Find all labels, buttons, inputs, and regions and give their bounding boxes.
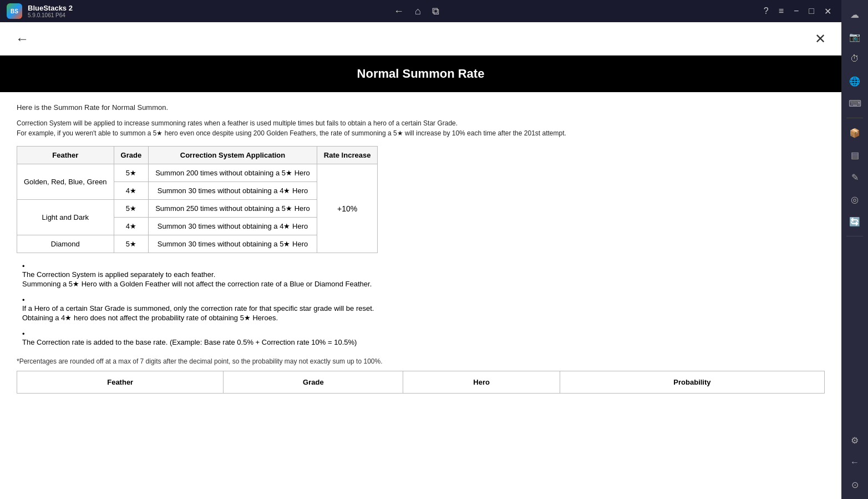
sidebar-btn-cloud[interactable]: ☁ — [845, 4, 865, 24]
sidebar-divider-2 — [846, 236, 863, 236]
bottom-col-hero: Hero — [403, 371, 560, 394]
sidebar-btn-keyboard[interactable]: ⌨ — [845, 93, 865, 113]
topbar-maximize-button[interactable]: □ — [805, 5, 818, 17]
grade-4star-1: 4★ — [114, 182, 149, 200]
feather-light-dark: Light and Dark — [17, 200, 114, 235]
bottom-col-probability: Probability — [560, 371, 824, 394]
sidebar-btn-circle[interactable]: ⊙ — [845, 475, 865, 495]
bottom-col-feather: Feather — [17, 371, 224, 394]
sidebar-btn-timer[interactable]: ⏱ — [845, 49, 865, 69]
grade-5star-1: 5★ — [114, 164, 149, 182]
bullet-1-line-2: Summoning a 5★ Hero with a Golden Feathe… — [22, 280, 825, 288]
bullet-3-line-1: The Correction rate is added to the base… — [22, 338, 825, 346]
bullet-item-2: If a Hero of a certain Star Grade is sum… — [17, 296, 825, 322]
grade-4star-2: 4★ — [114, 218, 149, 235]
bullet-1-line-1: The Correction System is applied separat… — [22, 270, 825, 279]
condition-4: Summon 30 times without obtaining a 4★ H… — [149, 218, 317, 235]
col-header-feather: Feather — [17, 147, 114, 164]
feather-golden-group: Golden, Red, Blue, Green — [17, 164, 114, 200]
top-bar-right: ? ≡ − □ ✕ — [760, 5, 835, 18]
condition-5: Summon 30 times without obtaining a 5★ H… — [149, 235, 317, 253]
col-header-correction: Correction System Application — [149, 147, 317, 164]
main-area: BS BlueStacks 2 5.9.0.1061 P64 ← ⌂ ⧉ ? ≡… — [0, 0, 841, 499]
title-text: Normal Summon Rate — [357, 67, 485, 80]
col-header-rate: Rate Increase — [317, 147, 378, 164]
top-bar: BS BlueStacks 2 5.9.0.1061 P64 ← ⌂ ⧉ ? ≡… — [0, 0, 841, 22]
bullet-2-line-2: Obtaining a 4★ hero does not affect the … — [22, 314, 825, 322]
rate-increase-value: +10% — [317, 164, 378, 253]
sidebar-btn-settings[interactable]: ⚙ — [845, 430, 865, 450]
col-header-grade: Grade — [114, 147, 149, 164]
bottom-col-grade: Grade — [224, 371, 403, 394]
content-area[interactable]: Here is the Summon Rate for Normal Summo… — [0, 92, 841, 499]
correction-text-1: Correction System will be applied to inc… — [17, 119, 825, 127]
app-info: BlueStacks 2 5.9.0.1061 P64 — [28, 4, 73, 18]
app-version: 5.9.0.1061 P64 — [28, 12, 73, 18]
topbar-help-button[interactable]: ? — [760, 5, 772, 17]
bottom-table: Feather Grade Hero Probability — [17, 371, 825, 394]
sidebar-btn-layers[interactable]: ▤ — [845, 145, 865, 165]
page-title: Normal Summon Rate — [0, 56, 841, 92]
app-icon: BS — [7, 3, 22, 19]
grade-5star-3: 5★ — [114, 235, 149, 253]
topbar-minimize-button[interactable]: − — [790, 5, 802, 17]
back-button[interactable]: ← — [11, 29, 33, 49]
right-sidebar: ☁ 📷 ⏱ 🌐 ⌨ 📦 ▤ ✎ ◎ 🔄 ⚙ ← ⊙ — [841, 0, 868, 499]
rate-table: Feather Grade Correction System Applicat… — [17, 146, 378, 253]
feather-diamond: Diamond — [17, 235, 114, 253]
correction-text-2: For example, if you weren't able to summ… — [17, 129, 825, 137]
condition-3: Summon 250 times without obtaining a 5★ … — [149, 200, 317, 218]
condition-1: Summon 200 times without obtaining a 5★ … — [149, 164, 317, 182]
content-close-button[interactable]: ✕ — [810, 29, 830, 49]
bullet-section: The Correction System is applied separat… — [17, 262, 825, 346]
condition-2: Summon 30 times without obtaining a 4★ H… — [149, 182, 317, 200]
topbar-multi-button[interactable]: ⧉ — [429, 4, 443, 18]
app-icon-label: BS — [11, 8, 18, 14]
bullet-item-1: The Correction System is applied separat… — [17, 262, 825, 288]
bullet-item-3: The Correction rate is added to the base… — [17, 330, 825, 346]
topbar-home-button[interactable]: ⌂ — [412, 4, 424, 18]
sidebar-btn-back[interactable]: ← — [845, 452, 865, 472]
bullet-2-line-1: If a Hero of a certain Star Grade is sum… — [22, 304, 825, 312]
topbar-menu-button[interactable]: ≡ — [775, 5, 787, 17]
topbar-close-button[interactable]: ✕ — [821, 5, 835, 18]
top-bar-nav: ← ⌂ ⧉ — [390, 4, 443, 18]
sidebar-btn-globe[interactable]: 🌐 — [845, 71, 865, 91]
sidebar-btn-target[interactable]: ◎ — [845, 189, 865, 209]
sidebar-btn-camera[interactable]: 📷 — [845, 27, 865, 47]
top-bar-left: BS BlueStacks 2 5.9.0.1061 P64 — [7, 3, 73, 19]
content-nav: ← ✕ — [0, 22, 841, 56]
app-name: BlueStacks 2 — [28, 4, 73, 12]
disclaimer-text: *Percentages are rounded off at a max of… — [17, 357, 825, 365]
intro-text: Here is the Summon Rate for Normal Summo… — [17, 103, 825, 112]
sidebar-btn-refresh[interactable]: 🔄 — [845, 211, 865, 231]
grade-5star-2: 5★ — [114, 200, 149, 218]
table-row: Golden, Red, Blue, Green 5★ Summon 200 t… — [17, 164, 378, 182]
topbar-back-button[interactable]: ← — [390, 4, 407, 18]
sidebar-btn-package[interactable]: 📦 — [845, 123, 865, 143]
sidebar-divider-1 — [846, 118, 863, 118]
sidebar-btn-edit[interactable]: ✎ — [845, 167, 865, 187]
